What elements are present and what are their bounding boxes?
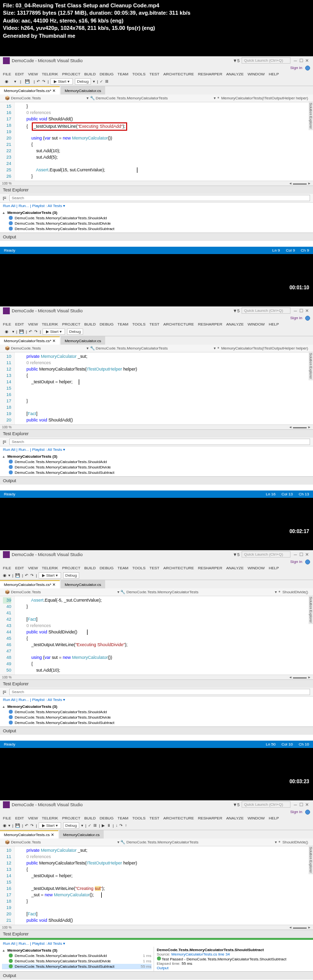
test-item[interactable]: DemoCode.Tests.MemoryCalculatorTests.Sho…: [2, 221, 311, 226]
source-link[interactable]: MemoryCalculatorTests.cs line 34: [171, 952, 230, 957]
vs-logo-icon: [3, 551, 10, 558]
quick-launch-input[interactable]: Quick Launch (Ctrl+Q): [242, 307, 291, 314]
menu-architecture[interactable]: ARCHITECTURE: [163, 72, 194, 76]
window-title: DemoCode - Microsoft Visual Studio: [12, 308, 83, 313]
menu-analyze[interactable]: ANALYZE: [226, 72, 244, 76]
test-search-input[interactable]: [9, 195, 310, 201]
menu-team[interactable]: TEAM: [117, 72, 128, 76]
quick-launch-input[interactable]: Quick Launch (Ctrl+Q): [242, 57, 291, 64]
size-label: Size:: [3, 10, 16, 16]
run-all-link[interactable]: Run All: [3, 204, 15, 208]
line-gutter: 151617181920212223242526: [0, 102, 15, 181]
vs-logo-icon: [3, 307, 10, 314]
main-toolbar[interactable]: ◉▾|💾|↶↷| ▶ Start ▾ Debug ▾|✓⊞: [0, 77, 313, 86]
start-button[interactable]: ▶ Start ▾: [43, 328, 65, 335]
vs-logo-icon: [3, 801, 10, 808]
test-explorer-header[interactable]: Test Explorer: [0, 186, 313, 194]
file-label: File:: [3, 2, 14, 8]
test-search-input[interactable]: [9, 439, 310, 445]
menu-project[interactable]: PROJECT: [62, 72, 80, 76]
video-value: h264, yuv420p, 1024x768, 211 kb/s, 15.00…: [21, 25, 155, 31]
vs-screenshot-2: DemoCode - Microsoft Visual Studio▼5Quic…: [0, 306, 313, 498]
video-label: Video:: [3, 25, 19, 31]
menu-window[interactable]: WINDOW: [247, 72, 265, 76]
solution-explorer-tab[interactable]: Solution Explorer: [309, 101, 313, 130]
zoom-level[interactable]: 100 %: [2, 182, 12, 185]
menubar[interactable]: FILEEDITVIEWTELERIKPROJECTBUILDDEBUGTEAM…: [0, 321, 313, 327]
sign-in-link[interactable]: Sign in: [291, 316, 302, 321]
account-icon[interactable]: [305, 316, 310, 321]
test-item[interactable]: DemoCode.Tests.MemoryCalculatorTests.Sho…: [2, 226, 311, 232]
menu-file[interactable]: FILE: [3, 72, 11, 76]
menu-telerik[interactable]: TELERIK: [42, 72, 58, 76]
editor-breadcrumb[interactable]: 📦 DemoCode.Tests ▾ 🔧 DemoCode.Tests.Memo…: [0, 94, 313, 102]
window-controls[interactable]: ─☐✕: [292, 308, 310, 313]
pass-icon: [157, 957, 161, 960]
test-item[interactable]: DemoCode.Tests.MemoryCalculatorTests.Sho…: [2, 964, 152, 969]
tab-inactive[interactable]: MemoryCalculator.cs: [61, 336, 105, 345]
vs-logo-icon: [3, 57, 10, 64]
menu-resharper[interactable]: RESHARPER: [198, 72, 223, 76]
code-editor[interactable]: 101112131415161718192021 private MemoryC…: [0, 846, 313, 925]
sign-in-link[interactable]: Sign in: [291, 66, 302, 70]
output-body[interactable]: [0, 241, 313, 247]
test-run-bar: Run All | Run... | Playlist : All Tests …: [0, 203, 313, 209]
debug-dropdown[interactable]: Debug: [75, 78, 91, 85]
window-title: DemoCode - Microsoft Visual Studio: [12, 58, 83, 63]
document-tabs: MemoryCalculatorTests.cs* ✕ MemoryCalcul…: [0, 86, 313, 94]
menu-build[interactable]: BUILD: [84, 72, 96, 76]
file-info-block: File: 03_04-Reusing Test Class Setup and…: [0, 0, 313, 42]
titlebar: DemoCode - Microsoft Visual Studio ▼5 Qu…: [0, 56, 313, 65]
output-link[interactable]: Output: [157, 966, 169, 970]
text-cursor: [137, 167, 137, 173]
pass-icon: [9, 964, 13, 968]
test-explorer-header[interactable]: Test Explorer: [0, 429, 313, 438]
code-editor[interactable]: 151617181920212223242526 } 0 references …: [0, 102, 313, 181]
tab-inactive[interactable]: MemoryCalculator.cs: [61, 86, 105, 94]
account-icon[interactable]: [305, 66, 310, 70]
menu-help[interactable]: HELP: [268, 72, 279, 76]
test-item[interactable]: DemoCode.Tests.MemoryCalculatorTests.Sho…: [2, 215, 311, 221]
tab-active[interactable]: MemoryCalculatorTests.cs* ✕: [0, 86, 60, 94]
bc-project[interactable]: 📦 DemoCode.Tests: [3, 95, 43, 101]
vs-screenshot-4: DemoCode - Microsoft Visual Studio▼5Quic…: [0, 800, 313, 980]
playlist-link[interactable]: Playlist : All Tests: [32, 204, 62, 208]
audio-value: aac, 44100 Hz, stereo, s16, 96 kb/s (eng…: [22, 18, 124, 23]
test-pass-bar: [0, 938, 313, 940]
debug-dropdown[interactable]: Debug: [67, 328, 84, 335]
audio-label: Audio:: [3, 18, 20, 23]
output-header[interactable]: Output: [0, 233, 313, 241]
main-toolbar[interactable]: ◉▾|💾|↶↷|▶ Start ▾Debug: [0, 327, 313, 336]
test-stream-icon[interactable]: [≡: [3, 196, 6, 200]
statusbar: Ready Ln 9Col 9Ch 9: [0, 247, 313, 254]
vs-screenshot-1: DemoCode - Microsoft Visual Studio ▼5 Qu…: [0, 56, 313, 254]
code-editor[interactable]: 394041424344454647484950 Assert.Equal(-5…: [0, 596, 313, 675]
menu-edit[interactable]: EDIT: [15, 72, 24, 76]
menu-test[interactable]: TEST: [150, 72, 159, 76]
bc-method[interactable]: ▾ ⚬ MemoryCalculatorTests(ITestOutputHel…: [212, 95, 310, 101]
solution-explorer-tab[interactable]: Solution Explorer: [309, 351, 313, 380]
test-item[interactable]: DemoCode.Tests.MemoryCalculatorTests.Sho…: [2, 958, 152, 964]
pass-icon: [9, 959, 13, 963]
bc-class[interactable]: ▾ 🔧 DemoCode.Tests.MemoryCalculatorTests: [85, 95, 170, 101]
menubar[interactable]: FILEEDITVIEWTELERIKPROJECTBUILDDEBUGTEAM…: [0, 71, 313, 77]
start-button[interactable]: ▶ Start ▾: [50, 78, 72, 85]
file-name: 03_04-Reusing Test Class Setup and Clean…: [16, 2, 159, 8]
tab-active[interactable]: MemoryCalculatorTests.cs* ✕: [0, 336, 60, 345]
code-editor[interactable]: 1011121314151617181920 private MemoryCal…: [0, 352, 313, 424]
size-value: 13177895 bytes (12.57 MiB), duration: 00…: [17, 10, 191, 16]
status-ready: Ready: [4, 248, 15, 253]
menu-tools[interactable]: TOOLS: [133, 72, 146, 76]
menu-view[interactable]: VIEW: [28, 72, 38, 76]
menu-debug[interactable]: DEBUG: [100, 72, 113, 76]
text-cursor: [79, 379, 79, 385]
detail-title: DemoCode.Tests.MemoryCalculatorTests.Sho…: [157, 948, 264, 952]
run-link[interactable]: Run...: [19, 204, 29, 208]
generator: Generated by Thumbnail me: [3, 32, 310, 40]
text-cursor: [87, 630, 88, 635]
pass-icon: [9, 954, 13, 957]
test-group[interactable]: ▲MemoryCalculatorTests (3): [2, 210, 311, 215]
window-controls[interactable]: ─☐✕: [292, 58, 310, 63]
test-item[interactable]: DemoCode.Tests.MemoryCalculatorTests.Sho…: [2, 953, 152, 958]
test-detail-panel: DemoCode.Tests.MemoryCalculatorTests.Sho…: [154, 947, 313, 971]
